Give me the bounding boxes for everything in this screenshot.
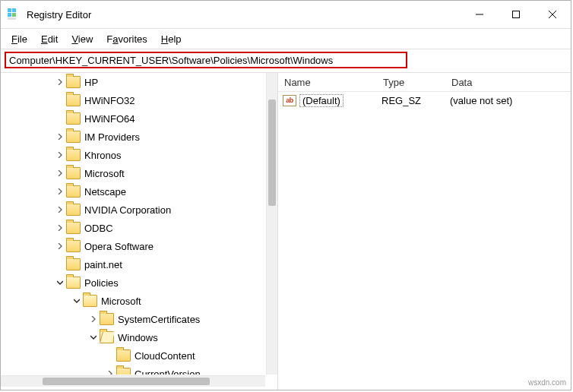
titlebar[interactable]: Registry Editor — [1, 1, 571, 29]
menu-file[interactable]: File — [5, 32, 33, 46]
tree-node[interactable]: Windows — [1, 328, 265, 346]
tree-node[interactable]: NVIDIA Corporation — [1, 201, 265, 219]
chevron-right-icon[interactable] — [87, 316, 100, 322]
chevron-right-icon[interactable] — [54, 225, 66, 231]
address-path: Computer\HKEY_CURRENT_USER\Software\Poli… — [9, 55, 333, 66]
values-pane: Name Type Data (Default) REG_SZ (value n… — [278, 73, 571, 390]
tree-node[interactable]: Opera Software — [1, 237, 265, 255]
chevron-right-icon[interactable] — [54, 207, 66, 213]
window-title: Registry Editor — [27, 9, 91, 21]
content-area: HPHWiNFO32HWiNFO64IM ProvidersKhronosMic… — [1, 73, 571, 390]
tree-vertical-scrollbar[interactable] — [266, 73, 277, 375]
chevron-down-icon[interactable] — [54, 280, 66, 286]
folder-icon — [66, 240, 81, 252]
tree-node[interactable]: HWiNFO64 — [1, 109, 265, 128]
tree-node[interactable]: SystemCertificates — [1, 310, 265, 328]
folder-icon — [66, 76, 81, 88]
close-button[interactable] — [534, 1, 571, 28]
string-value-icon — [283, 95, 296, 106]
value-row[interactable]: (Default) REG_SZ (value not set) — [278, 92, 571, 109]
folder-icon — [66, 167, 81, 179]
tree-node[interactable]: CurrentVersion — [1, 365, 265, 375]
chevron-right-icon[interactable] — [54, 243, 66, 249]
watermark: wsxdn.com — [528, 378, 566, 387]
tree-node-label: HWiNFO64 — [84, 113, 135, 125]
tree-node[interactable]: paint.net — [1, 255, 265, 273]
menu-view[interactable]: View — [65, 32, 99, 46]
value-data: (value not set) — [450, 95, 571, 106]
key-tree[interactable]: HPHWiNFO32HWiNFO64IM ProvidersKhronosMic… — [1, 73, 265, 375]
address-bar: Computer\HKEY_CURRENT_USER\Software\Poli… — [1, 49, 571, 73]
folder-icon — [100, 313, 114, 325]
tree-node-label: paint.net — [84, 259, 122, 270]
regedit-app-icon — [7, 8, 21, 21]
column-type[interactable]: Type — [383, 77, 451, 88]
value-name: (Default) — [299, 94, 343, 107]
tree-node-label: NVIDIA Corporation — [84, 204, 171, 216]
folder-icon — [66, 258, 81, 270]
svg-rect-1 — [12, 8, 16, 12]
tree-node[interactable]: Microsoft — [1, 292, 265, 310]
address-input[interactable]: Computer\HKEY_CURRENT_USER\Software\Poli… — [5, 52, 407, 68]
tree-node-label: HP — [84, 77, 98, 88]
tree-node-label: Microsoft — [84, 168, 125, 179]
folder-icon — [66, 185, 81, 198]
tree-node-label: CloudContent — [135, 350, 195, 362]
tree-node[interactable]: ODBC — [1, 219, 265, 237]
maximize-button[interactable] — [498, 1, 534, 28]
tree-node-label: SystemCertificates — [118, 314, 200, 325]
chevron-down-icon[interactable] — [87, 334, 100, 340]
minimize-button[interactable] — [461, 1, 498, 28]
folder-icon — [100, 331, 114, 343]
column-name[interactable]: Name — [278, 77, 383, 88]
chevron-right-icon[interactable] — [54, 170, 66, 176]
folder-icon — [66, 277, 81, 289]
chevron-right-icon[interactable] — [54, 134, 66, 140]
svg-rect-2 — [8, 13, 11, 17]
column-data[interactable]: Data — [451, 77, 571, 88]
tree-node-label: Microsoft — [101, 296, 141, 307]
chevron-right-icon[interactable] — [54, 79, 66, 85]
tree-node-label: IM Providers — [84, 131, 140, 143]
tree-node-label: Policies — [84, 277, 119, 289]
chevron-right-icon[interactable] — [104, 371, 116, 375]
value-type: REG_SZ — [381, 95, 450, 106]
tree-node-label: Opera Software — [84, 241, 154, 252]
tree-pane: HPHWiNFO32HWiNFO64IM ProvidersKhronosMic… — [1, 73, 278, 390]
tree-node[interactable]: CloudContent — [1, 346, 265, 365]
tree-node-label: ODBC — [84, 223, 113, 234]
tree-node-label: Windows — [118, 332, 158, 343]
folder-icon — [66, 131, 81, 143]
tree-horizontal-scrollbar[interactable] — [1, 375, 265, 387]
tree-node[interactable]: HWiNFO32 — [1, 91, 265, 109]
tree-node[interactable]: Khronos — [1, 146, 265, 164]
folder-icon — [66, 149, 81, 161]
registry-editor-window: Registry Editor File Edit View Favorites… — [0, 0, 571, 390]
svg-rect-4 — [8, 17, 16, 20]
menubar: File Edit View Favorites Help — [1, 29, 571, 49]
menu-help[interactable]: Help — [155, 32, 188, 46]
folder-icon — [66, 204, 81, 216]
tree-node[interactable]: Microsoft — [1, 164, 265, 182]
svg-rect-6 — [513, 11, 520, 18]
folder-icon — [83, 295, 97, 307]
svg-rect-0 — [8, 8, 11, 12]
tree-node-label: CurrentVersion — [135, 368, 201, 375]
tree-node-label: Khronos — [84, 150, 121, 161]
menu-edit[interactable]: Edit — [35, 32, 64, 46]
tree-node[interactable]: Netscape — [1, 182, 265, 201]
chevron-down-icon[interactable] — [71, 298, 83, 304]
folder-icon — [66, 112, 81, 125]
menu-favorites[interactable]: Favorites — [100, 32, 153, 46]
folder-icon — [116, 349, 131, 362]
tree-node[interactable]: IM Providers — [1, 128, 265, 146]
chevron-right-icon[interactable] — [54, 152, 66, 158]
folder-icon — [116, 368, 131, 375]
svg-rect-3 — [12, 13, 16, 17]
tree-node[interactable]: Policies — [1, 273, 265, 292]
tree-node-label: Netscape — [84, 186, 126, 198]
columns-header[interactable]: Name Type Data — [278, 73, 571, 92]
chevron-right-icon[interactable] — [54, 188, 66, 194]
tree-node[interactable]: HP — [1, 73, 265, 91]
folder-icon — [66, 222, 81, 234]
